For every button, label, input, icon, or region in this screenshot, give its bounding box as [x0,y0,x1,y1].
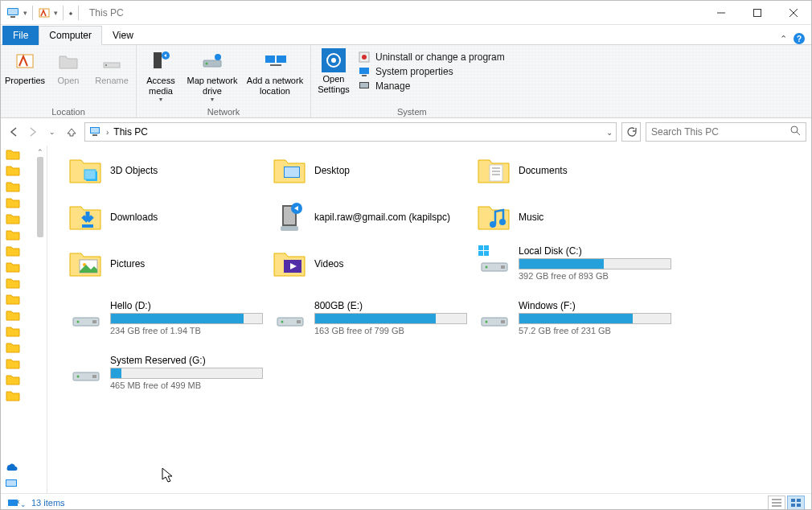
drive-free-text: 392 GB free of 893 GB [519,271,678,281]
drive-item[interactable]: Local Disk (C:) 392 GB free of 893 GB [477,245,678,290]
svg-rect-53 [478,251,483,256]
help-icon[interactable]: ? [794,33,805,44]
folder-icon[interactable] [6,390,22,403]
refresh-button[interactable] [621,122,641,142]
this-pc-tree-icon[interactable] [4,478,18,491]
svg-rect-10 [105,64,107,66]
tab-file[interactable]: File [2,26,39,45]
properties-button[interactable]: Properties [4,47,46,88]
drive-item[interactable]: 800GB (E:) 163 GB free of 799 GB [273,300,474,345]
chevron-right-icon[interactable]: › [106,128,109,137]
folder-item[interactable]: kapil.raw@gmail.com (kapilspc) [273,199,474,236]
monitor-icon [358,65,371,78]
collapse-ribbon-icon[interactable]: ⌃ [780,34,787,44]
tab-computer[interactable]: Computer [39,26,102,45]
folder-label: Pictures [110,258,145,269]
forward-button[interactable] [25,124,41,140]
content-pane[interactable]: 3D ObjectsDesktopDocumentsDownloadskapil… [47,146,811,493]
onedrive-icon[interactable] [4,461,18,473]
folder-icon[interactable] [6,310,22,323]
item-count: 13 items [31,498,65,508]
folder-item[interactable]: Downloads [68,199,269,236]
address-bar[interactable]: › This PC ⌄ [84,122,617,142]
svg-point-65 [486,321,488,323]
tab-view[interactable]: View [102,26,144,45]
folder-icon [68,247,102,281]
label: Uninstall or change a program [375,51,505,63]
drive-item[interactable]: System Reserved (G:) 465 MB free of 499 … [68,355,269,400]
drive-name: 800GB (E:) [314,300,474,311]
ribbon-group-location: Properties Open Rename Location [1,45,137,117]
label: Add a network location [244,76,306,96]
qat-customize-icon[interactable]: ⬥ [68,8,73,17]
access-media-button[interactable]: Access media ▾ [140,47,182,105]
drive-usage-bar [110,313,263,324]
folder-item[interactable]: Desktop [273,152,474,189]
manage-icon [358,80,371,93]
breadcrumb[interactable]: This PC [113,126,148,138]
folder-item[interactable]: Pictures [68,245,269,282]
folder-icon[interactable] [6,326,22,339]
navigation-tree[interactable]: ⌃ [1,146,47,493]
add-network-location-button[interactable]: Add a network location [243,47,307,105]
history-dropdown-icon[interactable]: ⌄ [44,124,60,140]
ribbon-tabs: File Computer View ⌃ ? [1,25,811,44]
folder-icon [273,154,306,187]
folder-icon[interactable] [6,294,22,306]
qat-dropdown-icon[interactable]: ▾ [54,9,58,17]
open-button[interactable]: Open [47,47,89,88]
rename-button[interactable]: Rename [91,47,133,88]
collapse-tree-icon[interactable]: ⌄ [7,497,27,508]
folder-icon[interactable] [6,149,22,162]
svg-rect-2 [10,16,15,18]
folder-item[interactable]: Documents [477,152,678,189]
minimize-button[interactable] [703,1,739,24]
folder-icon[interactable] [6,278,22,290]
up-button[interactable] [64,124,80,140]
tree-scrollbar[interactable]: ⌃ [34,146,47,493]
folder-icon[interactable] [6,261,22,274]
folder-icon[interactable] [6,229,22,242]
uninstall-program-button[interactable]: Uninstall or change a program [358,51,505,64]
folder-icon[interactable] [6,342,22,355]
folder-icon[interactable] [6,374,22,387]
folder-icon[interactable] [6,358,22,371]
divider [63,6,64,20]
map-network-drive-button[interactable]: Map network drive ▾ [183,47,241,105]
folder-icon[interactable] [6,213,22,226]
properties-qat-icon[interactable] [38,6,51,19]
system-properties-button[interactable]: System properties [358,65,505,78]
ribbon: Properties Open Rename Location Access m… [1,44,811,118]
folder-item[interactable]: Music [477,199,678,236]
scrollbar-thumb[interactable] [37,157,43,237]
drive-item[interactable]: Windows (F:) 57.2 GB free of 231 GB [477,300,678,345]
drive-free-text: 163 GB free of 799 GB [314,326,474,335]
svg-rect-35 [84,170,96,179]
address-dropdown-icon[interactable]: ⌄ [606,128,613,137]
folder-icon[interactable] [6,165,22,178]
window-controls [703,1,811,24]
qat-dropdown-icon[interactable]: ▾ [23,9,27,17]
open-settings-button[interactable]: Open Settings [314,47,353,96]
tiles-view-button[interactable] [787,496,805,510]
close-button[interactable] [775,1,811,24]
manage-button[interactable]: Manage [358,80,505,93]
svg-rect-29 [92,134,97,136]
folder-icon [477,154,511,187]
group-label: System [314,105,510,117]
drive-item[interactable]: Hello (D:) 234 GB free of 1.94 TB [68,300,269,345]
svg-rect-70 [8,500,18,506]
folder-item[interactable]: Videos [273,245,474,282]
drive-icon [68,355,102,389]
folder-item[interactable]: 3D Objects [68,152,269,189]
folder-icon[interactable] [6,197,22,210]
maximize-button[interactable] [739,1,775,24]
search-box[interactable] [646,122,806,142]
server-media-icon [148,48,174,74]
details-view-button[interactable] [768,496,785,510]
monitor-icon[interactable] [6,6,20,20]
folder-icon[interactable] [6,181,22,194]
search-input[interactable] [651,126,801,138]
back-button[interactable] [6,124,22,140]
folder-icon[interactable] [6,245,22,258]
